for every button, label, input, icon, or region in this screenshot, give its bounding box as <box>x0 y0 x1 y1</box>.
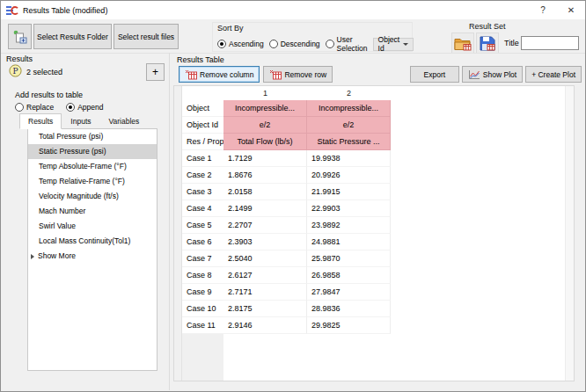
table-cell[interactable]: 2.6127 <box>223 267 307 284</box>
table-cell[interactable]: 26.9858 <box>307 267 391 284</box>
column-header[interactable]: 2 <box>307 86 391 100</box>
list-item[interactable]: Temp Relative-Frame (°F) <box>28 174 157 189</box>
table-vertical-scrollbar[interactable] <box>565 86 574 381</box>
list-item[interactable]: Local Mass Continuity(Tol1) <box>28 234 157 249</box>
list-item[interactable]: Swirl Value <box>28 219 157 234</box>
mode-option-replace[interactable]: Replace <box>15 103 54 112</box>
table-cell[interactable]: 21.9915 <box>307 184 391 200</box>
select-result-files-button[interactable]: Select result files <box>114 24 179 49</box>
table-cell[interactable]: 2.1499 <box>223 200 307 217</box>
list-item[interactable]: Static Pressure (psi) <box>28 144 157 159</box>
table-cell[interactable]: 29.9825 <box>307 317 391 334</box>
row-label[interactable]: Case 3 <box>182 184 223 200</box>
table-cell[interactable]: 2.5040 <box>223 250 307 267</box>
sort-option-ascending[interactable]: Ascending <box>217 40 264 48</box>
list-item[interactable]: Velocity Magnitude (ft/s) <box>28 189 157 204</box>
results-list[interactable]: Total Pressure (psi)Static Pressure (psi… <box>27 128 157 371</box>
table-cell[interactable]: e/2 <box>223 117 307 134</box>
list-item[interactable]: Mach Number <box>28 204 157 219</box>
sort-key-dropdown[interactable]: Object Id <box>373 38 414 51</box>
radio-label: Ascending <box>229 40 264 48</box>
results-group-label: Results <box>6 54 33 63</box>
radio-label: Replace <box>26 103 54 112</box>
save-icon <box>480 36 495 51</box>
table-cell[interactable]: 25.9870 <box>307 250 391 267</box>
tab-results[interactable]: Results <box>19 113 62 129</box>
remove-column-label: Remove column <box>200 70 253 79</box>
table-cell[interactable]: 2.7171 <box>223 284 307 301</box>
row-label[interactable]: Case 7 <box>182 250 223 267</box>
sort-option-descending[interactable]: Descending <box>269 40 320 48</box>
row-label[interactable]: Res / Prop <box>182 134 223 150</box>
radio-icon <box>326 40 334 48</box>
table-cell[interactable]: Incompressible... <box>223 100 307 117</box>
table-cell[interactable]: 24.9881 <box>307 234 391 250</box>
row-label[interactable]: Case 4 <box>182 200 223 217</box>
table-cell[interactable]: 2.3903 <box>223 234 307 250</box>
export-button[interactable]: Export <box>410 66 459 83</box>
mode-option-append[interactable]: Append <box>66 103 103 112</box>
remove-column-button[interactable]: Remove column <box>179 66 260 83</box>
result-set-title-input[interactable] <box>521 36 579 50</box>
chevron-down-icon <box>403 43 408 46</box>
close-button[interactable]: ✕ <box>557 1 585 19</box>
table-cell[interactable]: 27.9847 <box>307 284 391 301</box>
table-cell[interactable]: 2.9146 <box>223 317 307 334</box>
tab-inputs[interactable]: Inputs <box>62 113 99 129</box>
row-label[interactable]: Object <box>182 100 223 117</box>
row-label[interactable]: Case 10 <box>182 301 223 317</box>
add-result-button[interactable]: + <box>146 63 165 81</box>
table-cell[interactable]: 28.9836 <box>307 301 391 317</box>
new-results-button[interactable] <box>8 24 32 49</box>
results-table-grid: 12ObjectIncompressible...Incompressible.… <box>182 86 391 334</box>
selected-count: 2 selected <box>26 68 62 76</box>
toolbar-separator <box>1 53 585 54</box>
row-label[interactable]: Case 2 <box>182 167 223 184</box>
table-cell[interactable]: 22.9903 <box>307 200 391 217</box>
table-cell[interactable]: Static Pressure ... <box>307 134 391 150</box>
table-cell[interactable]: 2.0158 <box>223 184 307 200</box>
select-results-folder-button[interactable]: Select Results Folder <box>33 24 112 49</box>
row-label[interactable]: Case 9 <box>182 284 223 301</box>
list-item[interactable]: Temp Absolute-Frame (°F) <box>28 159 157 174</box>
create-plot-button[interactable]: + Create Plot <box>525 66 582 83</box>
save-result-set-button[interactable] <box>476 33 499 54</box>
row-label[interactable]: Case 11 <box>182 317 223 334</box>
table-cell[interactable]: 2.2707 <box>223 217 307 234</box>
table-corner-cell <box>182 86 223 100</box>
show-plot-button[interactable]: Show Plot <box>462 66 523 83</box>
results-tabs: ResultsInputsVariables <box>19 113 148 129</box>
remove-row-button[interactable]: Remove row <box>263 66 333 83</box>
table-cell[interactable]: 23.9892 <box>307 217 391 234</box>
table-cell[interactable]: 2.8175 <box>223 301 307 317</box>
row-label[interactable]: Object Id <box>182 117 223 134</box>
add-results-label: Add results to table <box>15 91 83 99</box>
panel-divider <box>169 53 170 390</box>
help-button[interactable]: ? <box>529 1 557 19</box>
expander-icon <box>31 254 34 259</box>
table-cell[interactable]: Incompressible... <box>307 100 391 117</box>
load-result-set-button[interactable] <box>451 33 474 54</box>
table-cell[interactable]: 1.8676 <box>223 167 307 184</box>
sort-key-value: Object Id <box>378 35 400 53</box>
list-item[interactable]: Total Pressure (psi) <box>28 129 157 144</box>
sort-by-label: Sort By <box>217 24 407 33</box>
table-cell[interactable]: 19.9938 <box>307 150 391 167</box>
tab-variables[interactable]: Variables <box>100 113 149 129</box>
show-more-item[interactable]: Show More <box>28 249 157 264</box>
table-cell[interactable]: e/2 <box>307 117 391 134</box>
table-cell[interactable]: 20.9926 <box>307 167 391 184</box>
sort-option-user-selection[interactable]: User Selection <box>326 35 368 53</box>
plot-icon <box>468 69 480 80</box>
mode-options: ReplaceAppend <box>15 103 104 112</box>
row-label[interactable]: Case 6 <box>182 234 223 250</box>
results-table-dialog: Results Table (modified) ? ✕ Select Resu… <box>0 0 586 392</box>
table-cell[interactable]: 1.7129 <box>223 150 307 167</box>
row-label[interactable]: Case 5 <box>182 217 223 234</box>
row-label[interactable]: Case 1 <box>182 150 223 167</box>
table-row-gutter <box>174 86 182 381</box>
window-title: Results Table (modified) <box>23 6 107 15</box>
row-label[interactable]: Case 8 <box>182 267 223 284</box>
column-header[interactable]: 1 <box>223 86 307 100</box>
table-cell[interactable]: Total Flow (lb/s) <box>223 134 307 150</box>
